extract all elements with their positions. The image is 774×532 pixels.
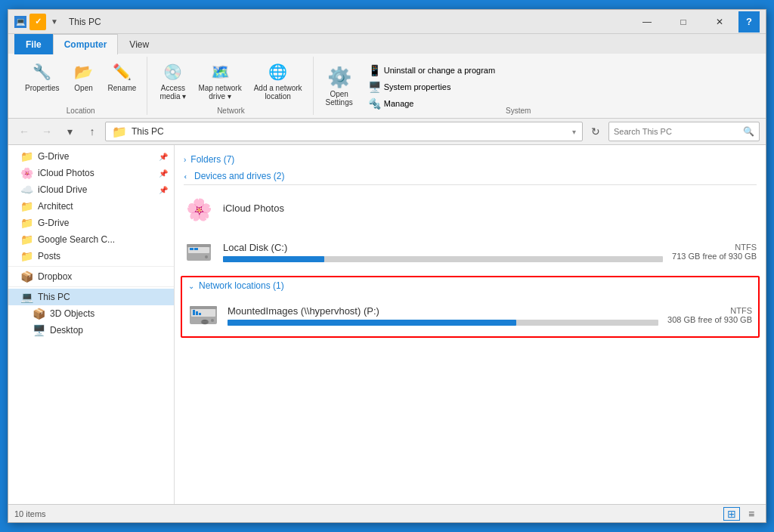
address-bar: ← → ▾ ↑ 📁 This PC ▾ ↻ 🔍: [8, 119, 766, 145]
sidebar-item-gdrive1[interactable]: 📁 G-Drive 📌: [8, 148, 174, 165]
sidebar-item-posts[interactable]: 📁 Posts: [8, 248, 174, 264]
sidebar-item-architect[interactable]: 📁 Architect: [8, 198, 174, 215]
add-network-location-button[interactable]: 🌐 Add a networklocation: [249, 57, 307, 104]
drive-icloud-photos[interactable]: 🌸 iCloud Photos: [175, 188, 766, 230]
manage-label: Manage: [384, 99, 414, 108]
posts-icon: 📁: [20, 250, 33, 262]
devices-section: ⌄ Devices and drives (2) 🌸 iCloud Photos: [175, 168, 766, 273]
help-button[interactable]: ?: [738, 11, 760, 32]
forward-button[interactable]: →: [37, 122, 57, 141]
sidebar-item-icloud-photos[interactable]: 🌸 iCloud Photos 📌: [8, 165, 174, 181]
access-media-label: Accessmedia ▾: [159, 84, 186, 101]
mounted-images-progress: [228, 320, 516, 326]
search-box[interactable]: 🔍: [608, 122, 760, 141]
system-properties-button[interactable]: 🖥️ System properties: [364, 79, 500, 94]
uninstall-button[interactable]: 📱 Uninstall or change a program: [364, 63, 500, 78]
local-disk-info: Local Disk (C:): [223, 242, 663, 262]
mounted-images-fs: NTFS: [667, 306, 752, 315]
uninstall-icon: 📱: [368, 64, 381, 76]
sidebar-item-3d-objects[interactable]: 📦 3D Objects: [8, 305, 174, 322]
main-window: 💻 ✓ ▼ This PC — □ ✕ ? File Computer View…: [8, 9, 766, 523]
open-label: Open: [74, 84, 92, 92]
network-group-items: 💿 Accessmedia ▾ 🗺️ Map networkdrive ▾ 🌐 …: [155, 57, 306, 104]
status-items-count: 10 items: [14, 509, 46, 518]
drive-mounted-images[interactable]: MountedImages (\\hypervhost) (P:) NTFS 3…: [182, 294, 758, 336]
properties-label: Properties: [25, 84, 60, 92]
network-group-label: Network: [217, 107, 245, 115]
tab-view[interactable]: View: [118, 34, 160, 54]
gdrive1-label: G-Drive: [38, 151, 154, 162]
drive-local-disk[interactable]: Local Disk (C:) NTFS 713 GB free of 930 …: [175, 230, 766, 273]
mounted-images-progress-container: [228, 320, 658, 326]
architect-icon: 📁: [20, 200, 33, 212]
sidebar-item-this-pc[interactable]: 💻 This PC: [8, 289, 174, 305]
status-bar: 10 items ⊞ ≡: [8, 504, 766, 522]
mounted-images-right: NTFS 308 GB free of 930 GB: [667, 306, 752, 324]
quick-access-dropdown[interactable]: ▼: [49, 16, 60, 27]
icloud-drive-icon: ☁️: [20, 184, 33, 196]
open-icon: 📂: [72, 60, 96, 84]
gdrive2-icon: 📁: [20, 217, 33, 229]
sidebar-divider2: [8, 286, 174, 287]
address-path: This PC: [132, 126, 164, 137]
dropbox-icon: 📦: [20, 271, 33, 283]
quick-access-save-btn[interactable]: ✓: [29, 14, 46, 30]
maximize-button[interactable]: □: [666, 11, 701, 32]
devices-divider: [184, 184, 757, 185]
title-bar-left: 💻 ✓ ▼ This PC: [14, 14, 630, 30]
tab-computer[interactable]: Computer: [53, 34, 119, 54]
local-disk-size: 713 GB free of 930 GB: [672, 252, 757, 261]
open-button[interactable]: 📂 Open: [67, 57, 101, 95]
open-settings-button[interactable]: ⚙️ OpenSettings: [321, 63, 358, 110]
sidebar-item-gdrive2[interactable]: 📁 G-Drive: [8, 215, 174, 231]
refresh-button[interactable]: ↻: [586, 122, 605, 141]
dropdown-nav-button[interactable]: ▾: [60, 122, 79, 141]
grid-view-button[interactable]: ⊞: [723, 507, 740, 521]
local-disk-progress-container: [223, 256, 663, 262]
main-content: 📁 G-Drive 📌 🌸 iCloud Photos 📌 ☁️ iCloud …: [8, 145, 766, 504]
icloud-photos-icon: 🌸: [20, 167, 33, 179]
3d-objects-icon: 📦: [33, 308, 45, 320]
devices-section-header[interactable]: ⌄ Devices and drives (2): [175, 168, 766, 184]
window-title: This PC: [69, 17, 101, 27]
sidebar-item-icloud-drive[interactable]: ☁️ iCloud Drive 📌: [8, 181, 174, 198]
map-network-drive-button[interactable]: 🗺️ Map networkdrive ▾: [194, 57, 246, 104]
svg-rect-5: [194, 248, 198, 250]
window-controls: — □ ✕ ?: [630, 11, 760, 32]
sidebar-item-google-search[interactable]: 📁 Google Search C...: [8, 231, 174, 248]
icloud-photos-drive-name: iCloud Photos: [223, 203, 757, 214]
address-input[interactable]: 📁 This PC ▾: [105, 122, 583, 141]
gdrive1-pin: 📌: [159, 153, 168, 161]
title-bar: 💻 ✓ ▼ This PC — □ ✕ ?: [8, 10, 766, 34]
local-disk-name: Local Disk (C:): [223, 242, 663, 253]
sidebar-item-desktop[interactable]: 🖥️ Desktop: [8, 322, 174, 339]
manage-button[interactable]: 🔩 Manage: [364, 96, 500, 111]
gdrive2-label: G-Drive: [38, 218, 168, 228]
properties-button[interactable]: 🔧 Properties: [20, 57, 64, 95]
close-button[interactable]: ✕: [702, 11, 737, 32]
uninstall-label: Uninstall or change a program: [384, 66, 495, 75]
mounted-images-size: 308 GB free of 930 GB: [667, 315, 752, 324]
access-media-button[interactable]: 💿 Accessmedia ▾: [155, 57, 190, 104]
sidebar-item-dropbox[interactable]: 📦 Dropbox: [8, 268, 174, 285]
folders-section-header[interactable]: › Folders (7): [175, 151, 766, 168]
back-button[interactable]: ←: [14, 122, 34, 141]
this-pc-icon: 💻: [20, 291, 33, 303]
icloud-drive-label: iCloud Drive: [38, 184, 154, 195]
ribbon: File Computer View 🔧 Properties 📂 Open: [8, 34, 766, 119]
search-input[interactable]: [614, 127, 743, 136]
dropbox-label: Dropbox: [38, 271, 168, 282]
manage-icon: 🔩: [368, 97, 381, 110]
minimize-button[interactable]: —: [630, 11, 664, 32]
up-button[interactable]: ↑: [82, 122, 102, 141]
tab-file[interactable]: File: [14, 34, 53, 54]
icloud-photos-drive-icon: 🌸: [184, 194, 214, 224]
rename-icon: ✏️: [110, 60, 134, 84]
list-view-button[interactable]: ≡: [743, 507, 760, 521]
local-disk-fs: NTFS: [672, 243, 757, 252]
sidebar-divider1: [8, 266, 174, 267]
rename-label: Rename: [108, 84, 137, 92]
sidebar: 📁 G-Drive 📌 🌸 iCloud Photos 📌 ☁️ iCloud …: [8, 145, 175, 504]
rename-button[interactable]: ✏️ Rename: [104, 57, 141, 95]
network-section-header[interactable]: ⌄ Network locations (1): [182, 277, 758, 294]
